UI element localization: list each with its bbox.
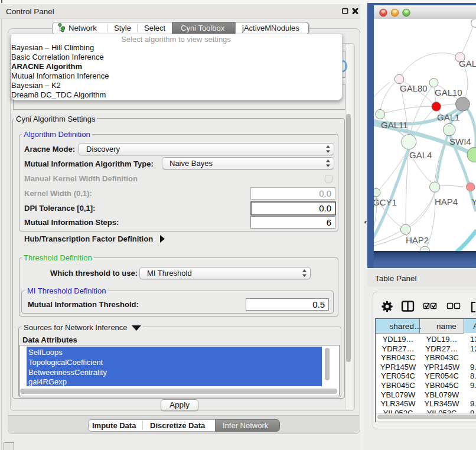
svg-text:GAL2: GAL2 (459, 58, 476, 69)
svg-text:GAL4: GAL4 (409, 150, 432, 160)
svg-text:GCY1: GCY1 (374, 197, 397, 207)
svg-text:GAL80: GAL80 (400, 83, 428, 93)
svg-text:HAP4: HAP4 (435, 197, 458, 207)
svg-text:GAL10: GAL10 (435, 87, 462, 97)
svg-text:SWI4: SWI4 (449, 136, 471, 146)
svg-text:Y: Y (472, 197, 476, 207)
svg-text:HAP2: HAP2 (406, 235, 429, 245)
svg-text:GAL1: GAL1 (437, 112, 459, 122)
svg-text:GAL11: GAL11 (381, 120, 408, 130)
